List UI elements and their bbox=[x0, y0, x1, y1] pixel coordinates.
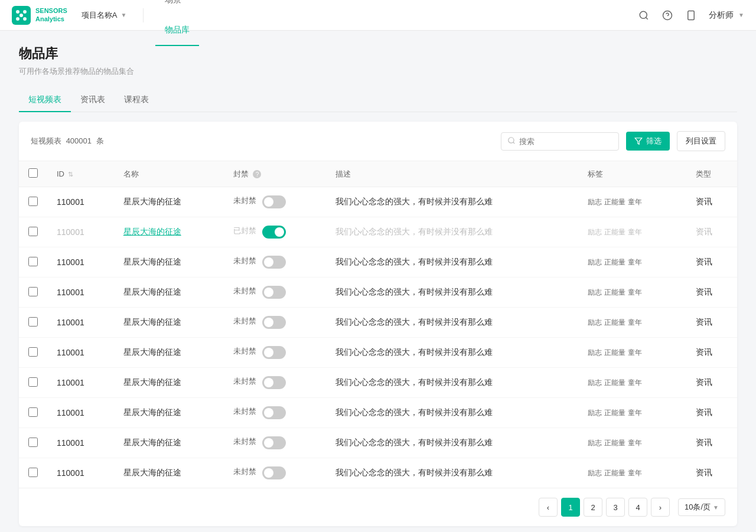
svg-point-6 bbox=[640, 11, 647, 18]
device-icon[interactable] bbox=[685, 9, 697, 21]
banned-toggle[interactable] bbox=[262, 436, 286, 449]
nav-item-scene[interactable]: 场景 bbox=[155, 0, 199, 15]
table-row: 110001星辰大海的征途未封禁我们心心念念的强大，有时候并没有那么难励志正能量… bbox=[19, 338, 737, 368]
row-name: 星辰大海的征途 bbox=[114, 398, 224, 428]
table-card: 短视频表 400001 条 筛选 bbox=[19, 122, 737, 526]
row-checkbox[interactable] bbox=[28, 317, 38, 327]
row-name: 星辰大海的征途 bbox=[114, 187, 224, 217]
table-row: 110001星辰大海的征途未封禁我们心心念念的强大，有时候并没有那么难励志正能量… bbox=[19, 308, 737, 338]
record-count: 短视频表 400001 条 bbox=[31, 136, 104, 146]
row-id: 110001 bbox=[47, 368, 114, 398]
row-description: 我们心心念念的强大，有时候并没有那么难 bbox=[326, 398, 578, 428]
row-checkbox[interactable] bbox=[28, 257, 38, 266]
tabs: 短视频表 资讯表 课程表 bbox=[19, 89, 737, 112]
row-name: 星辰大海的征途 bbox=[114, 278, 224, 308]
row-type: 资讯 bbox=[686, 338, 737, 368]
svg-point-2 bbox=[23, 10, 27, 14]
row-type: 资讯 bbox=[686, 368, 737, 398]
row-description: 我们心心念念的强大，有时候并没有那么难 bbox=[326, 217, 578, 247]
row-description: 我们心心念念的强大，有时候并没有那么难 bbox=[326, 187, 578, 217]
row-checkbox[interactable] bbox=[28, 438, 38, 447]
search-icon[interactable] bbox=[638, 9, 650, 21]
user-label: 分析师 bbox=[709, 10, 734, 21]
search-box-icon bbox=[507, 136, 516, 146]
page-4-button[interactable]: 4 bbox=[628, 498, 647, 517]
help-circle-icon[interactable]: ? bbox=[253, 170, 261, 178]
prev-page-button[interactable]: ‹ bbox=[539, 498, 558, 517]
row-tags: 励志正能量童年 bbox=[578, 368, 686, 398]
row-name: 星辰大海的征途 bbox=[114, 247, 224, 278]
table-row: 110001星辰大海的征途已封禁我们心心念念的强大，有时候并没有那么难励志正能量… bbox=[19, 217, 737, 247]
row-description: 我们心心念念的强大，有时候并没有那么难 bbox=[326, 368, 578, 398]
help-icon[interactable] bbox=[662, 9, 673, 21]
banned-toggle[interactable] bbox=[262, 466, 286, 479]
logo-line1: SENSORS bbox=[35, 7, 67, 15]
main-nav: 场景 物品库 bbox=[155, 0, 199, 46]
row-checkbox[interactable] bbox=[28, 347, 38, 357]
page-2-button[interactable]: 2 bbox=[584, 498, 602, 517]
user-chevron-icon: ▼ bbox=[738, 12, 744, 18]
row-name: 星辰大海的征途 bbox=[114, 338, 224, 368]
row-id: 110001 bbox=[47, 278, 114, 308]
banned-status-text: 未封禁 bbox=[233, 256, 256, 265]
logo-line2: Analytics bbox=[35, 15, 67, 23]
banned-status-text: 未封禁 bbox=[233, 286, 256, 295]
page-size-select[interactable]: 10条/页 ▼ bbox=[678, 498, 725, 516]
row-checkbox[interactable] bbox=[28, 197, 38, 206]
col-description: 描述 bbox=[326, 161, 578, 187]
row-type: 资讯 bbox=[686, 278, 737, 308]
toolbar-right: 筛选 列目设置 bbox=[501, 131, 725, 151]
filter-button[interactable]: 筛选 bbox=[626, 132, 670, 151]
row-checkbox[interactable] bbox=[28, 468, 38, 477]
project-selector[interactable]: 项目名称A ▼ bbox=[77, 8, 132, 23]
row-id: 110001 bbox=[47, 308, 114, 338]
row-type: 资讯 bbox=[686, 458, 737, 488]
search-input[interactable] bbox=[519, 137, 612, 146]
tab-short-video[interactable]: 短视频表 bbox=[19, 89, 71, 112]
next-page-button[interactable]: › bbox=[651, 498, 670, 517]
page-size-chevron-icon: ▼ bbox=[713, 504, 719, 511]
row-banned-cell: 未封禁 bbox=[224, 458, 326, 488]
tab-news[interactable]: 资讯表 bbox=[71, 89, 115, 112]
banned-toggle[interactable] bbox=[262, 406, 286, 419]
banned-toggle[interactable] bbox=[262, 226, 286, 239]
row-description: 我们心心念念的强大，有时候并没有那么难 bbox=[326, 308, 578, 338]
search-box[interactable] bbox=[501, 132, 619, 151]
row-tags: 励志正能量童年 bbox=[578, 308, 686, 338]
row-checkbox[interactable] bbox=[28, 377, 38, 387]
table-row: 110001星辰大海的征途未封禁我们心心念念的强大，有时候并没有那么难励志正能量… bbox=[19, 278, 737, 308]
row-checkbox[interactable] bbox=[28, 287, 38, 296]
banned-toggle[interactable] bbox=[262, 316, 286, 329]
row-name[interactable]: 星辰大海的征途 bbox=[114, 217, 224, 247]
row-checkbox[interactable] bbox=[28, 227, 38, 236]
row-description: 我们心心念念的强大，有时候并没有那么难 bbox=[326, 278, 578, 308]
table-header: ID ⇅ 名称 封禁 ? 描述 标签 类型 bbox=[19, 161, 737, 187]
banned-toggle[interactable] bbox=[262, 346, 286, 359]
banned-status-text: 未封禁 bbox=[233, 377, 256, 386]
data-table: ID ⇅ 名称 封禁 ? 描述 标签 类型 110001星辰大海的征途未封禁我们… bbox=[19, 161, 737, 488]
filter-icon bbox=[634, 137, 643, 145]
banned-status-text: 未封禁 bbox=[233, 437, 256, 446]
page-3-button[interactable]: 3 bbox=[606, 498, 625, 517]
row-tags: 励志正能量童年 bbox=[578, 398, 686, 428]
banned-toggle[interactable] bbox=[262, 286, 286, 299]
row-banned-cell: 未封禁 bbox=[224, 428, 326, 458]
user-menu[interactable]: 分析师 ▼ bbox=[709, 10, 744, 21]
row-description: 我们心心念念的强大，有时候并没有那么难 bbox=[326, 428, 578, 458]
page-1-button[interactable]: 1 bbox=[561, 498, 580, 517]
banned-status-text: 已封禁 bbox=[233, 226, 256, 235]
row-banned-cell: 未封禁 bbox=[224, 278, 326, 308]
banned-toggle[interactable] bbox=[262, 256, 286, 269]
header-right: 分析师 ▼ bbox=[638, 9, 744, 21]
select-all-checkbox[interactable] bbox=[28, 168, 38, 178]
column-settings-button[interactable]: 列目设置 bbox=[677, 131, 725, 151]
row-type: 资讯 bbox=[686, 398, 737, 428]
banned-toggle[interactable] bbox=[262, 195, 286, 208]
banned-toggle[interactable] bbox=[262, 376, 286, 389]
row-tags: 励志正能量童年 bbox=[578, 458, 686, 488]
row-checkbox[interactable] bbox=[28, 407, 38, 417]
header: SENSORS Analytics 项目名称A ▼ 场景 物品库 分析师 bbox=[0, 0, 756, 31]
row-banned-cell: 未封禁 bbox=[224, 398, 326, 428]
tab-course[interactable]: 课程表 bbox=[115, 89, 158, 112]
nav-item-items[interactable]: 物品库 bbox=[155, 15, 199, 46]
